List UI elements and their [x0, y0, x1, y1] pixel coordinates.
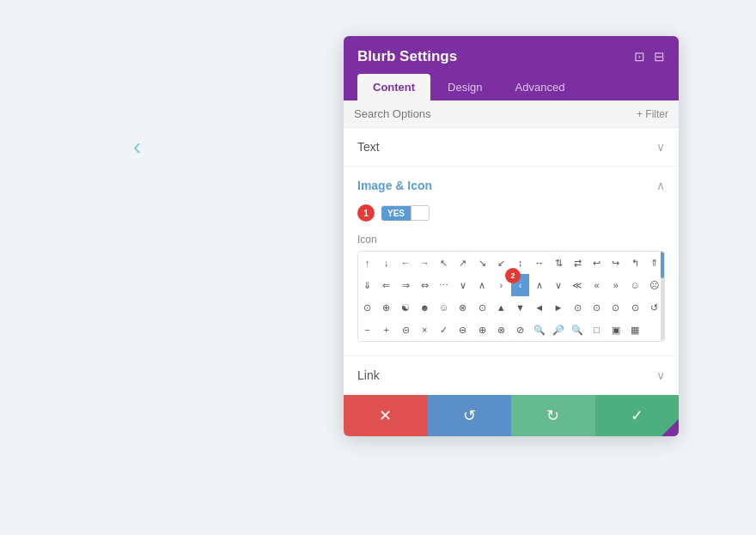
icon-cell[interactable]: ⋯: [435, 274, 453, 296]
icon-cell[interactable]: ←: [397, 252, 415, 274]
icon-cell[interactable]: ⊙: [626, 296, 644, 319]
icon-cell[interactable]: ⇐: [377, 274, 395, 296]
icon-cell[interactable]: ☺: [626, 274, 644, 296]
panel-title: Blurb Settings: [357, 48, 457, 65]
link-section: Link ∨: [344, 356, 679, 395]
icon-cell[interactable]: ↪: [607, 252, 625, 274]
text-section-header[interactable]: Text ∨: [344, 128, 679, 166]
toggle-yes-label: YES: [381, 206, 411, 221]
icon-cell[interactable]: ⊘: [511, 319, 529, 341]
icon-cell[interactable]: ≪: [569, 274, 587, 296]
icon-cell[interactable]: ∧: [530, 274, 548, 296]
tab-design[interactable]: Design: [432, 74, 497, 100]
icon-cell[interactable]: ∨: [454, 274, 472, 296]
icon-cell[interactable]: ↩: [588, 252, 606, 274]
toggle-slider: [411, 205, 430, 221]
icon-grid-scrollbar-thumb: [661, 252, 664, 278]
icon-cell[interactable]: +: [377, 319, 395, 341]
search-bar: + Filter: [344, 100, 679, 128]
icon-cell[interactable]: ⊕: [377, 296, 395, 319]
text-section-title: Text: [357, 140, 380, 154]
redo-button[interactable]: ↻: [511, 395, 595, 436]
icon-field-label: Icon: [357, 234, 665, 246]
tab-bar: Content Design Advanced: [357, 74, 665, 100]
icon-cell[interactable]: →: [416, 252, 434, 274]
icon-cell[interactable]: ◄: [530, 296, 548, 319]
link-section-title: Link: [357, 368, 380, 382]
icon-cell[interactable]: ⊙: [569, 296, 587, 319]
step-badge-1: 1: [357, 204, 375, 222]
icon-cell[interactable]: 🔍: [530, 319, 548, 341]
tab-advanced[interactable]: Advanced: [500, 74, 581, 100]
link-section-chevron: ∨: [656, 368, 665, 382]
icon-cell[interactable]: ⊙: [607, 296, 625, 319]
icon-cell[interactable]: 🔎: [550, 319, 568, 341]
icon-cell[interactable]: ↘: [473, 252, 491, 274]
image-icon-section: Image & Icon ∧ 1 YES Icon: [344, 167, 679, 356]
icon-cell[interactable]: ⇓: [358, 274, 376, 296]
icon-cell[interactable]: ▼: [511, 296, 529, 319]
columns-icon[interactable]: ⊟: [654, 49, 665, 64]
icon-grid-scrollbar[interactable]: [661, 252, 664, 341]
back-chevron-button[interactable]: ‹: [133, 133, 141, 161]
icon-cell[interactable]: ⊙: [358, 296, 376, 319]
icon-cell[interactable]: ↗: [454, 252, 472, 274]
image-icon-section-title: Image & Icon: [357, 179, 432, 192]
icon-cell[interactable]: ▦: [626, 319, 644, 341]
icon-cell[interactable]: ⊗: [492, 319, 510, 341]
icon-cell[interactable]: ⊖: [454, 319, 472, 341]
icon-cell[interactable]: ↰: [626, 252, 644, 274]
icon-cell[interactable]: −: [358, 319, 376, 341]
expand-icon[interactable]: ⊡: [634, 49, 645, 64]
image-icon-section-chevron: ∧: [656, 179, 665, 192]
icon-grid: ↑ ↓ ← → ↖ ↗ ↘ ↙ ↕ ↔ ⇅ ⇄ ↩ ↪: [358, 252, 664, 341]
icon-cell[interactable]: ⊗: [454, 296, 472, 319]
icon-cell[interactable]: ⊙: [473, 296, 491, 319]
icon-cell[interactable]: ⇅: [550, 252, 568, 274]
text-section: Text ∨: [344, 128, 679, 167]
filter-button[interactable]: + Filter: [637, 108, 668, 120]
text-section-chevron: ∨: [656, 140, 665, 154]
cancel-button[interactable]: ✕: [344, 395, 428, 436]
link-section-header[interactable]: Link ∨: [344, 356, 679, 394]
icon-cell[interactable]: ►: [550, 296, 568, 319]
icon-cell[interactable]: ⇒: [397, 274, 415, 296]
use-icon-row: 1 YES: [357, 204, 665, 222]
icon-cell[interactable]: ↑: [358, 252, 376, 274]
icon-cell[interactable]: «: [588, 274, 606, 296]
image-icon-section-header[interactable]: Image & Icon ∧: [344, 167, 679, 204]
icon-cell[interactable]: □: [588, 319, 606, 341]
icon-cell[interactable]: ↖: [435, 252, 453, 274]
icon-cell[interactable]: ∧: [473, 274, 491, 296]
header-icons: ⊡ ⊟: [634, 49, 665, 64]
step-badge-2: 2: [505, 268, 521, 283]
icon-cell[interactable]: ☻: [416, 296, 434, 319]
icon-cell[interactable]: 🔍: [569, 319, 587, 341]
icon-cell[interactable]: ⇔: [416, 274, 434, 296]
icon-cell[interactable]: ☯: [397, 296, 415, 319]
icon-cell[interactable]: ×: [416, 319, 434, 341]
icon-cell[interactable]: ∨: [550, 274, 568, 296]
save-button[interactable]: ✓: [595, 395, 680, 436]
tab-content[interactable]: Content: [357, 74, 430, 100]
blurb-settings-panel: Blurb Settings ⊡ ⊟ Content Design Advanc…: [344, 36, 679, 436]
icon-cell[interactable]: ▲: [492, 296, 510, 319]
icon-cell[interactable]: ☺: [435, 296, 453, 319]
use-icon-toggle[interactable]: YES: [381, 205, 430, 221]
panel-header: Blurb Settings ⊡ ⊟ Content Design Advanc…: [344, 36, 679, 100]
icon-cell[interactable]: ▣: [607, 319, 625, 341]
icon-cell[interactable]: ⊕: [473, 319, 491, 341]
panel-footer: ✕ ↺ ↻ ✓: [344, 395, 679, 436]
icon-cell-selected[interactable]: 2 ‹: [511, 274, 529, 296]
icon-cell[interactable]: ✓: [435, 319, 453, 341]
icon-cell[interactable]: »: [607, 274, 625, 296]
icon-cell[interactable]: ↔: [530, 252, 548, 274]
icon-grid-wrapper: ↑ ↓ ← → ↖ ↗ ↘ ↙ ↕ ↔ ⇅ ⇄ ↩ ↪: [357, 251, 665, 342]
icon-cell[interactable]: ⇄: [569, 252, 587, 274]
undo-button[interactable]: ↺: [428, 395, 512, 436]
icon-cell[interactable]: ↓: [377, 252, 395, 274]
panel-content: Text ∨ Image & Icon ∧ 1 YES Ic: [344, 128, 679, 395]
icon-cell[interactable]: ⊙: [588, 296, 606, 319]
icon-cell[interactable]: ⊝: [397, 319, 415, 341]
search-input[interactable]: [354, 107, 637, 120]
